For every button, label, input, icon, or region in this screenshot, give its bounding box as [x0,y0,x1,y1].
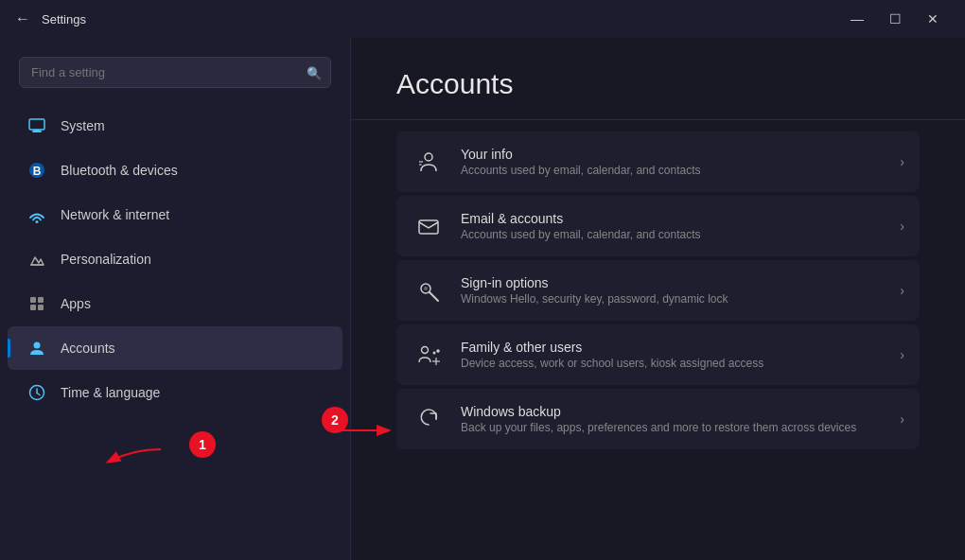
svg-point-21 [424,287,428,290]
bluetooth-icon: B [26,160,47,181]
titlebar: ← Settings — ☐ ✕ [0,0,965,38]
svg-rect-7 [30,297,36,303]
sidebar-item-accounts[interactable]: Accounts [8,326,342,370]
your-info-icon [412,145,446,179]
svg-rect-18 [419,220,438,234]
close-button[interactable]: ✕ [916,5,950,33]
settings-item-backup[interactable]: Windows backup Back up your files, apps,… [396,389,920,449]
email-desc: Accounts used by email, calendar, and co… [461,228,885,241]
sidebar-label-network: Network & internet [61,207,169,222]
sidebar-label-bluetooth: Bluetooth & devices [61,163,178,178]
accounts-icon [26,338,47,359]
page-title: Accounts [396,68,920,100]
svg-point-23 [433,352,436,355]
sidebar-label-personalization: Personalization [61,252,151,267]
titlebar-left: ← Settings [15,10,86,27]
svg-rect-0 [29,119,44,130]
personalization-icon [26,249,47,270]
sidebar-label-apps: Apps [61,296,91,311]
signin-chevron: › [900,283,904,298]
sidebar-item-system[interactable]: System [8,104,342,148]
svg-point-11 [34,342,41,349]
badge-2: 2 [322,407,348,433]
svg-line-20 [430,292,438,301]
settings-item-family[interactable]: Family & other users Device access, work… [396,324,920,385]
titlebar-controls: — ☐ ✕ [840,5,950,33]
search-icon: 🔍 [307,65,322,79]
settings-item-email[interactable]: Email & accounts Accounts used by email,… [396,196,920,256]
sidebar-item-time[interactable]: Time & language [8,371,342,414]
sidebar-label-time: Time & language [61,385,160,400]
your-info-chevron: › [900,154,904,169]
content-divider [351,119,965,120]
svg-point-24 [437,350,440,353]
family-chevron: › [900,347,904,362]
family-icon [412,338,446,372]
email-icon [412,209,446,243]
sidebar-item-apps[interactable]: Apps [8,282,342,325]
sidebar-nav: System B Bluetooth & devices [0,103,350,560]
svg-rect-10 [38,305,44,310]
your-info-text: Your info Accounts used by email, calend… [461,147,885,177]
svg-rect-2 [34,130,40,131]
system-icon [26,115,47,136]
sidebar-item-bluetooth[interactable]: B Bluetooth & devices [8,149,342,192]
svg-rect-8 [38,297,44,303]
minimize-button[interactable]: — [840,5,874,33]
sidebar-label-accounts: Accounts [61,341,115,356]
content-area: Accounts Your info Accounts used by emai… [351,38,965,560]
family-text: Family & other users Device access, work… [461,340,885,370]
your-info-title: Your info [461,147,885,162]
email-title: Email & accounts [461,211,885,226]
apps-icon [26,293,47,314]
svg-point-5 [36,220,39,223]
search-container: 🔍 [0,57,350,103]
settings-item-your-info[interactable]: Your info Accounts used by email, calend… [396,131,920,192]
back-button[interactable]: ← [15,10,30,27]
search-wrapper: 🔍 [19,57,331,88]
svg-point-15 [425,153,432,161]
maximize-button[interactable]: ☐ [878,5,912,33]
sidebar-label-system: System [61,118,105,133]
signin-icon [412,273,446,307]
svg-line-14 [37,394,40,395]
backup-desc: Back up your files, apps, preferences an… [461,421,885,434]
svg-text:B: B [33,165,42,178]
signin-desc: Windows Hello, security key, password, d… [461,292,885,306]
search-input[interactable] [19,57,331,88]
sidebar: 🔍 System B [0,38,350,560]
settings-item-signin[interactable]: Sign-in options Windows Hello, security … [396,260,920,321]
backup-chevron: › [900,411,904,427]
badge-1: 1 [189,431,216,458]
time-icon [26,382,47,403]
signin-text: Sign-in options Windows Hello, security … [461,275,885,306]
family-desc: Device access, work or school users, kio… [461,357,885,370]
svg-rect-9 [30,305,36,310]
family-title: Family & other users [461,340,885,355]
settings-list: Your info Accounts used by email, calend… [351,124,965,461]
content-header: Accounts [351,38,965,119]
backup-title: Windows backup [461,404,885,419]
your-info-desc: Accounts used by email, calendar, and co… [461,164,885,177]
email-text: Email & accounts Accounts used by email,… [461,211,885,241]
signin-title: Sign-in options [461,275,885,290]
network-icon [26,204,47,225]
backup-icon [412,402,446,436]
email-chevron: › [900,219,904,234]
titlebar-title: Settings [42,12,86,26]
sidebar-item-personalization[interactable]: Personalization [8,237,342,281]
sidebar-item-network[interactable]: Network & internet [8,193,342,236]
main-container: 🔍 System B [0,38,965,560]
backup-text: Windows backup Back up your files, apps,… [461,404,885,434]
svg-point-22 [422,347,429,354]
